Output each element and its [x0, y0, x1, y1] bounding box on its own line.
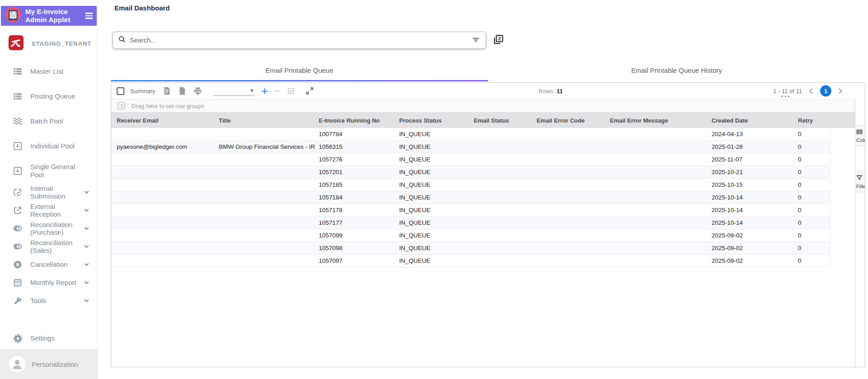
- group-icon: [117, 102, 125, 110]
- sidebar-item-cancellation[interactable]: Cancellation: [0, 256, 97, 274]
- table-cell-created-date: 2025-09-02: [712, 245, 798, 251]
- sidebar-item-monthly-report[interactable]: Monthly Report: [0, 274, 97, 292]
- column-header-retry[interactable]: Retry: [798, 117, 830, 124]
- sidebar-item-label: Single General Pool: [30, 163, 81, 179]
- table-cell-retry: 0: [798, 169, 830, 175]
- table-cell-retry: 0: [798, 207, 830, 213]
- tab-email-printable-queue-history[interactable]: Email Printable Queue History: [488, 59, 866, 81]
- tenant-name: STAGING_TENANT: [32, 40, 91, 47]
- add-button[interactable]: +: [261, 86, 268, 95]
- gear-icon: [13, 333, 23, 343]
- sidebar-item-single-general-pool[interactable]: Single General Pool: [0, 158, 97, 183]
- settings-label: Settings: [30, 334, 55, 342]
- sidebar-item-label: Individual Pool: [30, 142, 75, 150]
- table-row[interactable]: 1057201IN_QUEUE2025-10-210: [111, 166, 830, 179]
- expand-icon[interactable]: [305, 86, 314, 96]
- table-cell-created-date: 2025-09-02: [712, 232, 798, 239]
- sidebar-item-label: Monthly Report: [30, 279, 76, 286]
- overflow-dots[interactable]: ···: [781, 92, 791, 100]
- columns-panel-tab[interactable]: Columns: [855, 125, 865, 146]
- row-group-dropzone[interactable]: Drag here to set row groups: [111, 99, 865, 113]
- column-header-email-error-message[interactable]: Email Error Message: [610, 117, 712, 124]
- external-link-icon: [13, 205, 23, 215]
- column-header-e-invoice-running-no[interactable]: E-Invoice Running No: [319, 117, 399, 124]
- table-cell-running-no: 1057098: [319, 245, 399, 251]
- table-row[interactable]: 1057185IN_QUEUE2025-10-150: [111, 179, 830, 191]
- sidebar-nav: Master ListPosting QueueBatch PoolIndivi…: [0, 59, 97, 310]
- sidebar-item-individual-pool[interactable]: Individual Pool: [0, 133, 97, 158]
- sidebar-item-reconciliation-sales[interactable]: Reconciliation (Sales): [0, 237, 97, 256]
- table-cell-process-status: IN_QUEUE: [399, 219, 474, 226]
- table-cell-running-no: 1056315: [319, 143, 399, 150]
- export-file-text-icon[interactable]: [162, 86, 172, 96]
- tab-email-printable-queue[interactable]: Email Printable Queue: [111, 59, 488, 81]
- sidebar-item-external-reception[interactable]: External Reception: [0, 201, 97, 219]
- menu-toggle-icon[interactable]: [85, 13, 93, 19]
- tab-bar: Email Printable Queue Email Printable Qu…: [111, 59, 865, 81]
- waves-icon: [13, 116, 23, 126]
- table-cell-retry: 0: [798, 232, 830, 239]
- filter-2-icon[interactable]: 2: [492, 33, 505, 46]
- remove-button[interactable]: −: [274, 87, 281, 95]
- sidebar: $ My E-Invoice Admin Applet STAG: [0, 0, 98, 379]
- search-input[interactable]: [129, 36, 472, 44]
- app-title: My E-Invoice Admin Applet: [25, 8, 70, 24]
- table-cell-process-status: IN_QUEUE: [399, 143, 474, 150]
- column-header-process-status[interactable]: Process Status: [399, 117, 474, 124]
- table-cell-process-status: IN_QUEUE: [399, 207, 474, 213]
- export-file-icon[interactable]: [178, 86, 187, 96]
- column-header-title[interactable]: Title: [219, 117, 319, 124]
- current-page-button[interactable]: 1: [820, 85, 831, 97]
- table-row[interactable]: 1057097IN_QUEUE2025-09-020: [111, 255, 830, 267]
- table-cell-receiver-email: pyaesone@bigledger.com: [117, 143, 219, 150]
- rows-count: Rows:11: [538, 88, 563, 95]
- table-header: Receiver EmailTitleE-Invoice Running NoP…: [111, 113, 865, 128]
- table-cell-running-no: 1057201: [319, 169, 399, 175]
- sidebar-item-tools[interactable]: Tools: [0, 292, 97, 310]
- page-size-select[interactable]: ▼: [213, 86, 255, 96]
- table-cell-retry: 0: [798, 257, 830, 264]
- column-header-email-status[interactable]: Email Status: [474, 117, 537, 124]
- table-row[interactable]: 1057177IN_QUEUE2025-10-140: [111, 217, 830, 229]
- table-cell-process-status: IN_QUEUE: [399, 156, 474, 163]
- table-row[interactable]: pyaesone@bigledger.comBMW Group Financia…: [111, 141, 830, 153]
- chevron-down-icon: [83, 297, 90, 306]
- table-row[interactable]: 1057184IN_QUEUE2025-10-140: [111, 191, 830, 204]
- sidebar-item-batch-pool[interactable]: Batch Pool: [0, 109, 97, 133]
- table-cell-running-no: 1057178: [319, 207, 399, 213]
- sidebar-item-posting-queue[interactable]: Posting Queue: [0, 84, 97, 109]
- table-cell-running-no: 1057099: [319, 232, 399, 239]
- sidebar-item-label: Internal Submission: [30, 185, 81, 200]
- table-row[interactable]: 1007784IN_QUEUE2024-04-130: [111, 128, 830, 141]
- sidebar-item-internal-submission[interactable]: Internal Submission: [0, 183, 97, 201]
- sidebar-item-reconciliation-purchase[interactable]: Reconciliation (Purchase): [0, 219, 97, 237]
- table-row[interactable]: 1057099IN_QUEUE2025-09-020: [111, 229, 830, 242]
- email-dashboard-page: $ My E-Invoice Admin Applet STAG: [0, 0, 868, 379]
- chevron-down-icon: [83, 243, 90, 251]
- search-icon: [118, 36, 126, 45]
- table-cell-retry: 0: [798, 181, 830, 188]
- chevron-right-icon[interactable]: [836, 87, 844, 95]
- print-icon[interactable]: [193, 86, 203, 96]
- sidebar-item-master-list[interactable]: Master List: [0, 59, 97, 84]
- main-content: Email Dashboard 2 Email Printable Queue …: [98, 0, 868, 379]
- table-row[interactable]: 1057276IN_QUEUE2025-11-070: [111, 153, 830, 166]
- app-logo-icon: $: [5, 7, 21, 25]
- filter-list-icon[interactable]: [472, 35, 480, 46]
- sidebar-item-settings[interactable]: Settings: [0, 327, 97, 349]
- table-cell-created-date: 2025-10-21: [712, 169, 798, 175]
- column-header-receiver-email[interactable]: Receiver Email: [117, 117, 219, 124]
- table-body: 1007784IN_QUEUE2024-04-130pyaesone@bigle…: [111, 128, 865, 267]
- sidebar-item-personalization[interactable]: Personalization: [0, 349, 97, 379]
- sidebar-item-label: Batch Pool: [30, 117, 63, 125]
- filters-panel-tab[interactable]: Filters: [855, 171, 865, 192]
- chevron-down-icon: [83, 189, 90, 197]
- column-header-email-error-code[interactable]: Email Error Code: [537, 117, 610, 124]
- grid-dots-icon[interactable]: [287, 86, 296, 96]
- chevron-left-icon[interactable]: [807, 87, 816, 95]
- svg-text:2: 2: [498, 36, 501, 41]
- table-row[interactable]: 1057178IN_QUEUE2025-10-140: [111, 204, 830, 217]
- summary-checkbox[interactable]: [117, 87, 124, 95]
- column-header-created-date[interactable]: Created Date: [712, 117, 798, 124]
- table-row[interactable]: 1057098IN_QUEUE2025-09-020: [111, 242, 830, 255]
